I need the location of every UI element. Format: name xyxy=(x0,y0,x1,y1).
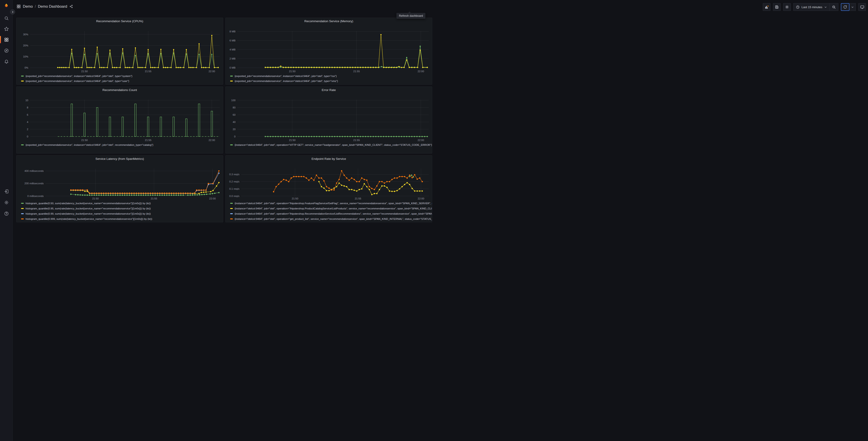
breadcrumb: Demo / Demo Dashboard xyxy=(17,4,73,9)
svg-text:22:00: 22:00 xyxy=(209,139,215,142)
svg-text:60: 60 xyxy=(232,113,236,116)
timeseries-chart-endpoint-rate[interactable]: 0.0 req/s0.1 req/s0.2 req/s0.3 req/s21:5… xyxy=(226,162,432,201)
legend: histogram_quantile(0.50, sum(rate(latenc… xyxy=(17,201,223,220)
svg-text:22:00: 22:00 xyxy=(417,70,424,73)
sign-in-icon xyxy=(4,189,9,194)
svg-text:6: 6 xyxy=(27,113,28,116)
dashboard-grid: Recommendation Service (CPU%) 0%10%20%30… xyxy=(16,18,432,220)
svg-text:20: 20 xyxy=(232,128,236,130)
legend-item[interactable]: {exported_job="recommendationservice", i… xyxy=(230,74,432,79)
svg-text:400 milliseconds: 400 milliseconds xyxy=(25,170,44,172)
panel-title[interactable]: Endpoint Rate by Service xyxy=(226,155,432,162)
svg-text:4 MB: 4 MB xyxy=(229,48,236,51)
svg-text:0 MB: 0 MB xyxy=(229,66,236,69)
panel-title[interactable]: Recommendation Service (CPU%) xyxy=(17,18,223,24)
compass-icon xyxy=(4,48,9,53)
legend: {instance="otelcol:9464", job="otel", op… xyxy=(226,201,432,220)
legend-label: {exported_job="recommendationservice", i… xyxy=(235,75,337,78)
legend-swatch xyxy=(230,218,233,219)
svg-text:21:55: 21:55 xyxy=(355,197,361,200)
legend-item[interactable]: histogram_quantile(0.99, sum(rate(latenc… xyxy=(21,211,223,216)
sidebar-item-search[interactable] xyxy=(0,13,13,23)
sidebar-item-alerting[interactable] xyxy=(0,57,13,66)
legend-label: {instance="otelcol:9464", job="otel", op… xyxy=(235,202,432,205)
sidebar-item-sign-in[interactable] xyxy=(0,187,13,196)
sidebar-item-explore[interactable] xyxy=(0,46,13,55)
legend-item[interactable]: histogram_quantile(0.50, sum(rate(latenc… xyxy=(21,201,223,206)
panel-cpu: Recommendation Service (CPU%) 0%10%20%30… xyxy=(16,18,223,85)
timeseries-chart-memory[interactable]: 0 MB2 MB4 MB6 MB8 MB21:5021:5522:00 xyxy=(226,24,432,74)
chevron-right-icon xyxy=(11,11,14,13)
legend-swatch xyxy=(230,144,233,145)
svg-text:22:00: 22:00 xyxy=(209,197,216,200)
panel-title[interactable]: Recommendation Service (Memory) xyxy=(226,18,432,24)
svg-text:2: 2 xyxy=(27,128,28,130)
svg-text:40: 40 xyxy=(232,121,236,123)
legend-item[interactable]: {instance="otelcol:9464", job="otel", op… xyxy=(230,216,432,220)
svg-text:0 milliseconds: 0 milliseconds xyxy=(27,195,44,198)
legend-swatch xyxy=(21,203,24,204)
legend-label: {exported_job="recommendationservice", i… xyxy=(235,80,338,82)
panel-title[interactable]: Service Latency (from SpanMetrics) xyxy=(17,155,223,162)
svg-text:0.2 req/s: 0.2 req/s xyxy=(229,180,239,183)
panel-service-latency: Service Latency (from SpanMetrics) 0 mil… xyxy=(16,155,223,220)
legend-label: histogram_quantile(0.99, sum(rate(latenc… xyxy=(26,212,151,215)
legend-item[interactable]: {instance="otelcol:9464", job="otel", op… xyxy=(230,201,432,206)
bar-chart-recommendations-count[interactable]: 024681021:5021:5522:00 xyxy=(17,93,223,142)
svg-text:30%: 30% xyxy=(23,33,28,36)
legend-item[interactable]: {instance="otelcol:9464", job="otel", op… xyxy=(230,211,432,216)
timeseries-chart-error-rate[interactable]: 02040608010021:5021:5522:00 xyxy=(226,93,432,142)
legend-swatch xyxy=(230,208,233,209)
legend-item[interactable]: {exported_job="recommendationservice", i… xyxy=(21,79,223,84)
sidebar-expand-toggle[interactable] xyxy=(10,9,15,14)
legend: {exported_job="recommendationservice", i… xyxy=(226,74,432,84)
legend-label: {exported_job="recommendationservice", i… xyxy=(26,80,129,82)
timeseries-chart-latency[interactable]: 0 milliseconds200 milliseconds400 millis… xyxy=(17,162,223,201)
star-icon xyxy=(4,27,9,31)
legend: {exported_job="recommendationservice", i… xyxy=(17,142,223,147)
sidebar-item-starred[interactable] xyxy=(0,24,13,33)
share-icon[interactable] xyxy=(69,4,73,8)
top-bar: Demo / Demo Dashboard Last 15 minutes xyxy=(13,0,434,14)
panel-title[interactable]: Recommendations Count xyxy=(17,87,223,93)
legend-swatch xyxy=(21,213,24,214)
svg-text:0: 0 xyxy=(27,135,28,138)
sidebar-item-settings[interactable] xyxy=(0,198,13,207)
panel-recommendations-count: Recommendations Count 024681021:5021:552… xyxy=(16,86,223,153)
legend-swatch xyxy=(21,144,24,145)
sidebar-item-dashboards[interactable] xyxy=(0,35,13,44)
sidebar-item-help[interactable] xyxy=(0,209,13,218)
svg-text:8 MB: 8 MB xyxy=(229,30,236,33)
legend-item[interactable]: {exported_job="recommendationservice", i… xyxy=(230,79,432,84)
legend-item[interactable]: histogram_quantile(0.95, sum(rate(latenc… xyxy=(21,206,223,211)
svg-text:8: 8 xyxy=(27,106,28,109)
svg-text:21:50: 21:50 xyxy=(289,70,296,73)
legend-item[interactable]: histogram_quantile(0.999, sum(rate(laten… xyxy=(21,216,223,220)
legend-item[interactable]: {exported_job="recommendationservice", i… xyxy=(21,142,223,147)
legend-swatch xyxy=(230,213,233,214)
refresh-tooltip-label: Refresh dashboard xyxy=(399,14,423,18)
breadcrumb-page-title: Demo Dashboard xyxy=(38,4,67,9)
svg-text:21:55: 21:55 xyxy=(145,139,151,142)
svg-text:21:55: 21:55 xyxy=(353,70,360,73)
legend: {instance="otelcol:9464", job="otel", op… xyxy=(226,142,432,147)
breadcrumb-section[interactable]: Demo xyxy=(23,4,33,9)
panel-title[interactable]: Error Rate xyxy=(226,87,432,93)
legend-swatch xyxy=(230,81,233,82)
timeseries-chart-cpu[interactable]: 0%10%20%30%21:5021:5522:00 xyxy=(17,24,223,74)
svg-text:4: 4 xyxy=(27,121,29,123)
legend-item[interactable]: {instance="otelcol:9464", job="otel", op… xyxy=(230,206,432,211)
legend-item[interactable]: {instance="otelcol:9464", job="otel", op… xyxy=(230,142,432,147)
legend-item[interactable]: {exported_job="recommendationservice", i… xyxy=(21,74,223,79)
legend-label: histogram_quantile(0.50, sum(rate(latenc… xyxy=(26,202,151,205)
bell-icon xyxy=(4,59,9,64)
svg-text:0.0 req/s: 0.0 req/s xyxy=(229,195,239,198)
grafana-logo[interactable] xyxy=(3,3,9,9)
legend-swatch xyxy=(21,208,24,209)
legend-label: {instance="otelcol:9464", job="otel", op… xyxy=(235,144,432,146)
legend-swatch xyxy=(230,203,233,204)
svg-text:21:55: 21:55 xyxy=(353,139,360,142)
svg-text:80: 80 xyxy=(232,106,236,109)
panel-endpoint-rate: Endpoint Rate by Service 0.0 req/s0.1 re… xyxy=(225,155,432,220)
svg-text:0.3 req/s: 0.3 req/s xyxy=(229,173,239,176)
